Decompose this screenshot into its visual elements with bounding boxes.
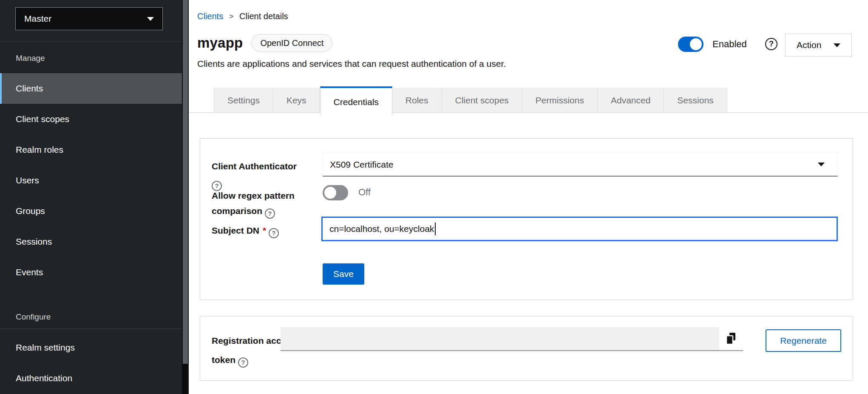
sidebar-item-events[interactable]: Events — [0, 257, 182, 288]
sidebar-item-realm-settings[interactable]: Realm settings — [0, 332, 182, 363]
subject-dn-input[interactable]: cn=localhost, ou=keycloak — [321, 217, 838, 241]
divider — [0, 328, 182, 329]
breadcrumb: Clients > Client details — [197, 11, 288, 21]
realm-switcher-dropdown[interactable]: Master — [15, 7, 163, 30]
chevron-down-icon — [818, 163, 825, 166]
help-icon[interactable] — [238, 357, 248, 368]
tab-advanced[interactable]: Advanced — [598, 88, 664, 113]
subject-dn-value: cn=localhost, ou=keycloak — [329, 224, 434, 234]
tab-roles[interactable]: Roles — [392, 88, 442, 113]
registration-token-card: Registration access token Regenerate — [200, 316, 853, 381]
sidebar-item-sessions[interactable]: Sessions — [0, 226, 182, 257]
chevron-down-icon — [147, 17, 154, 21]
allow-regex-toggle[interactable] — [323, 185, 348, 200]
nav-section-configure: Configure — [16, 311, 51, 323]
tab-settings[interactable]: Settings — [214, 88, 273, 113]
main-content: Clients > Client details myapp OpenID Co… — [189, 0, 868, 394]
sidebar-scrollbar[interactable] — [182, 0, 189, 394]
protocol-badge: OpenID Connect — [251, 34, 332, 52]
page-description: Clients are applications and services th… — [197, 59, 506, 69]
copy-icon — [725, 332, 737, 345]
nav-section-manage: Manage — [16, 52, 45, 64]
tab-client-scopes[interactable]: Client scopes — [442, 88, 522, 113]
sidebar-item-groups[interactable]: Groups — [0, 196, 182, 226]
toggle-knob — [324, 187, 336, 199]
text-cursor — [435, 223, 436, 235]
tab-permissions[interactable]: Permissions — [522, 88, 598, 113]
allow-regex-label: Allow regex pattern comparison — [212, 188, 314, 219]
sidebar-item-users[interactable]: Users — [0, 165, 182, 196]
chevron-down-icon — [834, 43, 840, 47]
enabled-toggle[interactable] — [678, 37, 703, 52]
breadcrumb-current: Client details — [239, 11, 288, 21]
help-icon[interactable] — [765, 38, 777, 50]
required-asterisk: * — [263, 226, 266, 235]
page-title-row: myapp OpenID Connect — [197, 34, 332, 52]
client-authenticator-label: Client Authenticator — [212, 159, 318, 191]
tab-keys[interactable]: Keys — [273, 88, 320, 113]
chevron-right-icon: > — [229, 12, 233, 21]
tab-bar: Settings Keys Credentials Roles Client s… — [189, 86, 868, 113]
help-icon[interactable] — [265, 208, 275, 219]
help-icon[interactable] — [269, 228, 279, 238]
allow-regex-state-label: Off — [358, 187, 371, 198]
scrollbar-thumb[interactable] — [183, 0, 188, 364]
client-authenticator-value: X509 Certificate — [330, 160, 393, 170]
sidebar-item-authentication[interactable]: Authentication — [0, 363, 182, 394]
copy-button[interactable] — [719, 327, 743, 351]
enabled-label: Enabled — [712, 39, 747, 50]
breadcrumb-clients-link[interactable]: Clients — [197, 11, 223, 21]
toggle-knob — [690, 38, 702, 50]
regenerate-button[interactable]: Regenerate — [766, 329, 841, 352]
sidebar: Master Manage Clients Client scopes Real… — [0, 0, 182, 394]
sidebar-item-clients[interactable]: Clients — [0, 73, 182, 104]
registration-token-input — [281, 327, 719, 351]
realm-switcher-value: Master — [24, 14, 51, 24]
tab-credentials[interactable]: Credentials — [320, 86, 392, 116]
action-dropdown-button[interactable]: Action — [785, 34, 852, 57]
credentials-card: Client Authenticator X509 Certificate Al… — [200, 138, 853, 300]
page-title: myapp — [197, 35, 243, 51]
sidebar-item-client-scopes[interactable]: Client scopes — [0, 104, 182, 134]
subject-dn-label: Subject DN* — [212, 223, 279, 238]
sidebar-item-realm-roles[interactable]: Realm roles — [0, 134, 182, 165]
tab-sessions[interactable]: Sessions — [664, 88, 727, 113]
divider — [0, 41, 182, 42]
save-button[interactable]: Save — [323, 263, 364, 285]
client-authenticator-select[interactable]: X509 Certificate — [323, 153, 838, 177]
